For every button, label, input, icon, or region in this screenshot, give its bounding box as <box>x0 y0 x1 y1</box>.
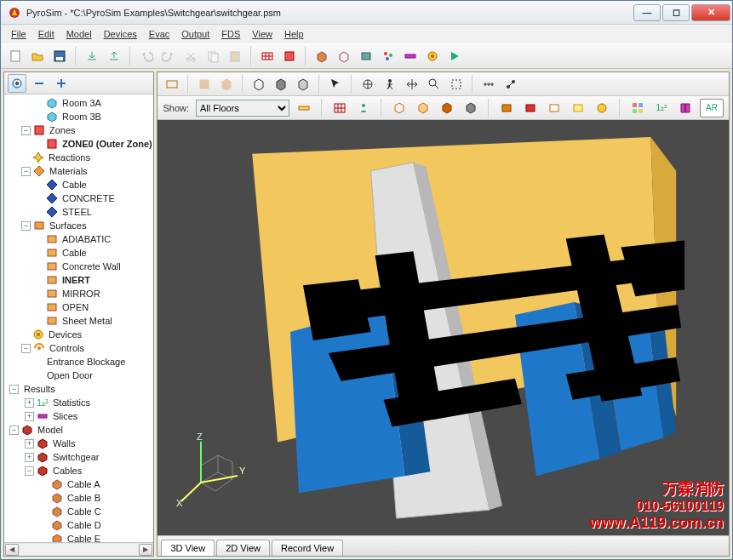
floors-select[interactable]: All Floors <box>196 100 289 117</box>
expand-icon[interactable]: + <box>25 412 34 421</box>
zone-icon[interactable] <box>280 47 299 66</box>
tree-group-model[interactable]: −Model <box>4 423 153 437</box>
tree-item-mat-steel[interactable]: STEEL <box>4 205 153 219</box>
collapse-icon[interactable]: − <box>21 344 31 353</box>
view-top-icon[interactable] <box>195 75 214 94</box>
tree-item-cabled[interactable]: Cable D <box>4 518 153 532</box>
tree-item-surf-mirror[interactable]: MIRROR <box>4 287 153 300</box>
tab-3d-view[interactable]: 3D View <box>161 540 215 556</box>
bound-show-icon[interactable] <box>545 99 564 117</box>
tree-item-cablec[interactable]: Cable C <box>4 505 153 518</box>
grid-icon[interactable] <box>628 99 647 117</box>
tree-group-surfaces[interactable]: −Surfaces <box>4 219 153 232</box>
export-icon[interactable] <box>105 47 123 66</box>
collapse-icon[interactable]: − <box>9 426 19 435</box>
menu-help[interactable]: Help <box>279 27 309 41</box>
tree-item-stats[interactable]: +1₂³Statistics <box>4 396 153 409</box>
orbit-icon[interactable] <box>358 75 377 94</box>
tree-item-room3a[interactable]: Room 3A <box>4 96 153 110</box>
tree-group-reactions[interactable]: Reactions <box>4 151 153 164</box>
device-icon[interactable] <box>423 47 442 66</box>
titlebar[interactable]: PyroSim - *C:\PyroSim Examples\Switchgea… <box>1 1 732 25</box>
cube3-icon[interactable] <box>438 99 456 117</box>
iso-show-icon[interactable] <box>569 99 587 117</box>
close-button[interactable]: ✕ <box>691 4 730 21</box>
pan-icon[interactable] <box>403 75 421 94</box>
tab-2d-view[interactable]: 2D View <box>216 540 270 556</box>
zoom-icon[interactable] <box>425 75 444 94</box>
wireframe-icon[interactable] <box>249 75 268 94</box>
obstruction-icon[interactable] <box>312 47 331 66</box>
tree-item-slices[interactable]: +Slices <box>4 409 153 423</box>
tree-item-cableb[interactable]: Cable B <box>4 491 153 505</box>
copy-icon[interactable] <box>203 47 222 66</box>
expand-icon[interactable]: + <box>25 439 34 449</box>
num-icon[interactable]: 1₂³ <box>652 99 671 117</box>
tree-item-zone0[interactable]: ZONE0 (Outer Zone) <box>4 137 153 151</box>
device-show-icon[interactable] <box>593 99 611 117</box>
tree-item-surf-adiabatic[interactable]: ADIABATIC <box>4 232 153 246</box>
tree-group-zones[interactable]: −Zones <box>4 123 153 137</box>
snap-icon[interactable] <box>501 75 520 94</box>
scroll-right-icon[interactable]: ▶ <box>139 544 152 556</box>
floor-manage-icon[interactable] <box>295 99 313 117</box>
tree-group-materials[interactable]: −Materials <box>4 164 153 178</box>
particle-icon[interactable] <box>379 47 398 66</box>
tree-scrollbar[interactable]: ◀ ▶ <box>4 542 153 556</box>
select-icon[interactable] <box>326 75 345 94</box>
menu-view[interactable]: View <box>247 27 278 41</box>
tree-group-devices[interactable]: Devices <box>4 328 153 341</box>
3d-viewport[interactable]: Z Y X 万霖消防 010-56100119 www.A119.com.cn <box>157 120 729 535</box>
menu-evac[interactable]: Evac <box>144 27 175 41</box>
run-icon[interactable] <box>445 47 464 66</box>
new-icon[interactable] <box>6 47 25 66</box>
minimize-button[interactable]: — <box>633 4 661 21</box>
scroll-track[interactable] <box>20 544 138 556</box>
import-icon[interactable] <box>83 47 101 66</box>
tree-item-mat-cable[interactable]: Cable <box>4 178 153 191</box>
zoom-box-icon[interactable] <box>447 75 466 94</box>
tree-item-walls[interactable]: +Walls <box>4 437 153 450</box>
tree-item-cablee[interactable]: Cable E <box>4 532 153 542</box>
nav-expand-icon[interactable] <box>52 74 71 93</box>
model-tree[interactable]: Room 3A Room 3B −Zones ZONE0 (Outer Zone… <box>4 94 153 542</box>
tree-item-opendoor[interactable]: Open Door <box>4 369 153 382</box>
tree-item-cablea[interactable]: Cable A <box>4 477 153 491</box>
tree-item-surf-sheet[interactable]: Sheet Metal <box>4 314 153 328</box>
vent-icon[interactable] <box>357 47 375 66</box>
save-icon[interactable] <box>50 47 69 66</box>
cube2-icon[interactable] <box>414 99 432 117</box>
tree-item-surf-cable[interactable]: Cable <box>4 246 153 260</box>
ar-button[interactable]: AR <box>700 99 724 117</box>
tree-item-entblock[interactable]: Entrance Blockage <box>4 355 153 369</box>
tree-item-surf-cwall[interactable]: Concrete Wall <box>4 260 153 273</box>
collapse-icon[interactable]: − <box>9 385 19 394</box>
tab-record-view[interactable]: Record View <box>272 540 343 556</box>
collapse-icon[interactable]: − <box>21 221 31 231</box>
tree-group-results[interactable]: −Results <box>4 382 153 396</box>
show-people-icon[interactable] <box>354 99 373 117</box>
vent-show-icon[interactable] <box>497 99 516 117</box>
book-icon[interactable] <box>676 99 695 117</box>
tree-item-surf-open[interactable]: OPEN <box>4 300 153 314</box>
collapse-icon[interactable]: − <box>21 167 31 176</box>
menu-edit[interactable]: Edit <box>33 27 60 41</box>
menu-fds[interactable]: FDS <box>216 27 245 41</box>
solid-icon[interactable] <box>272 75 290 94</box>
axis-gizmo[interactable]: Z Y X <box>171 431 248 508</box>
reset-view-icon[interactable] <box>163 75 181 94</box>
paste-icon[interactable] <box>226 47 244 66</box>
undo-icon[interactable] <box>137 47 156 66</box>
view-front-icon[interactable] <box>217 75 236 94</box>
scroll-left-icon[interactable]: ◀ <box>5 544 19 556</box>
walk-icon[interactable] <box>381 75 399 94</box>
mesh-icon[interactable] <box>258 47 277 66</box>
nav-collapse-icon[interactable] <box>30 74 49 93</box>
expand-icon[interactable]: + <box>25 453 34 462</box>
hole-icon[interactable] <box>335 47 353 66</box>
tree-item-room3b[interactable]: Room 3B <box>4 110 153 123</box>
measure-icon[interactable] <box>479 75 498 94</box>
tree-group-cables[interactable]: −Cables <box>4 464 153 477</box>
collapse-icon[interactable]: − <box>25 466 34 476</box>
menu-devices[interactable]: Devices <box>99 27 142 41</box>
